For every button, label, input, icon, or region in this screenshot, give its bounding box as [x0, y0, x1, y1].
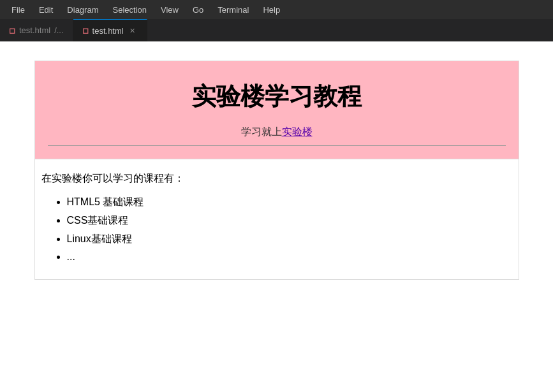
menu-edit[interactable]: Edit	[33, 3, 59, 17]
pink-header-box: 实验楼学习教程 学习就上实验楼	[34, 61, 519, 159]
menu-view[interactable]: View	[154, 3, 185, 17]
body-intro: 在实验楼你可以学习的课程有：	[41, 172, 512, 185]
list-item: CSS基础课程	[67, 212, 512, 230]
list-item: ...	[67, 248, 512, 266]
subtitle-link[interactable]: 实验楼	[282, 126, 313, 137]
tab-1[interactable]: ◻ test.html /...	[0, 19, 73, 41]
list-item: Linux基础课程	[67, 230, 512, 249]
menu-go[interactable]: Go	[186, 3, 210, 17]
menu-bar: File Edit Diagram Selection View Go Term…	[0, 0, 553, 19]
menu-terminal[interactable]: Terminal	[211, 3, 255, 17]
menu-file[interactable]: File	[5, 3, 31, 17]
subtitle: 学习就上实验楼	[48, 126, 506, 139]
tab-2[interactable]: ◻ test.html ✕	[73, 19, 147, 41]
tab-1-path: /...	[54, 25, 63, 35]
content-wrapper: 实验楼学习教程 学习就上实验楼 在实验楼你可以学习的课程有： HTML5 基础课…	[0, 41, 553, 392]
page-title: 实验楼学习教程	[48, 80, 506, 113]
tab-1-icon: ◻	[9, 26, 15, 35]
list-item: HTML5 基础课程	[67, 193, 512, 212]
course-list: HTML5 基础课程 CSS基础课程 Linux基础课程 ...	[41, 193, 512, 266]
tab-bar: ◻ test.html /... ◻ test.html ✕	[0, 19, 553, 41]
page-container: 实验楼学习教程 学习就上实验楼 在实验楼你可以学习的课程有： HTML5 基础课…	[34, 61, 519, 280]
editor-area: 实验楼学习教程 学习就上实验楼 在实验楼你可以学习的课程有： HTML5 基础课…	[0, 41, 553, 392]
menu-help[interactable]: Help	[256, 3, 286, 17]
tab-2-icon: ◻	[82, 26, 89, 35]
content-body: 在实验楼你可以学习的课程有： HTML5 基础课程 CSS基础课程 Linux基…	[34, 159, 519, 280]
divider	[48, 145, 506, 146]
subtitle-text: 学习就上	[241, 126, 282, 137]
tab-2-close-button[interactable]: ✕	[128, 25, 138, 36]
tab-1-label: test.html	[19, 25, 50, 35]
menu-diagram[interactable]: Diagram	[61, 3, 105, 17]
menu-selection[interactable]: Selection	[106, 3, 152, 17]
tab-2-label: test.html	[92, 26, 124, 36]
